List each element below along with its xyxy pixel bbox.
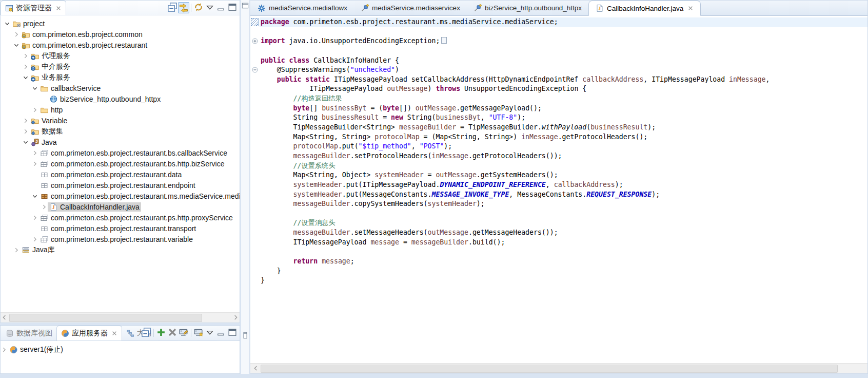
chevron-right-icon[interactable] — [22, 63, 29, 70]
tree-item-4[interactable]: 中介服务 — [1, 61, 240, 72]
tree-item-label: com.primeton.esb.project.restaurant.tran… — [51, 224, 196, 233]
editor-tab-3[interactable]: JCallbackInfoHandler.java — [588, 1, 701, 16]
chevron-right-icon[interactable] — [13, 31, 20, 38]
view-tab-0[interactable]: 数据库视图 — [2, 326, 56, 341]
restore-minimized-view-icon[interactable] — [242, 2, 249, 9]
code-editor[interactable]: package com.primeton.esb.project.restaur… — [250, 16, 867, 363]
tree-item-6[interactable]: callbackService — [1, 83, 240, 93]
package-icon — [40, 171, 49, 179]
editor-tab-0[interactable]: mediaService.mediaflowx — [251, 1, 354, 15]
chevron-right-icon[interactable] — [22, 128, 29, 135]
new-server-icon — [193, 327, 204, 339]
chevron-right-icon[interactable] — [22, 52, 29, 60]
chevron-right-icon[interactable] — [13, 247, 20, 254]
tree-item-content: callbackService — [38, 84, 102, 93]
tree-item-10[interactable]: 数据集 — [1, 126, 240, 137]
fold-collapse-icon[interactable] — [252, 38, 258, 44]
explorer-hscrollbar[interactable] — [1, 312, 240, 323]
tree-item-8[interactable]: http — [1, 104, 240, 115]
chevron-down-icon[interactable] — [13, 42, 20, 49]
scrollbar-thumb[interactable] — [261, 365, 838, 373]
tree-item-5[interactable]: 业务服务 — [1, 72, 240, 83]
ide-window: 资源管理器 projectcom.primeton.esb.project.co… — [0, 0, 868, 378]
editor-hscrollbar[interactable] — [250, 363, 867, 373]
minimized-view-icon[interactable] — [242, 332, 249, 339]
view-menu-button[interactable] — [204, 2, 215, 13]
maximize-button[interactable] — [227, 327, 238, 338]
tree-item-0[interactable]: project — [1, 18, 240, 29]
tree-item-content: com.primeton.esb.project.common — [20, 30, 144, 39]
tree-item-3[interactable]: 代理服务 — [1, 50, 240, 61]
tree-item-15[interactable]: com.primeton.esb.project.restaurant.endp… — [1, 180, 240, 191]
tree-item-2[interactable]: com.primeton.esb.project.restaurant — [1, 40, 240, 50]
tree-item-14[interactable]: com.primeton.esb.project.restaurant.data — [1, 169, 240, 180]
chevron-down-icon[interactable] — [4, 20, 11, 27]
tree-item-19[interactable]: com.primeton.esb.project.restaurant.tran… — [1, 223, 240, 234]
close-icon[interactable] — [687, 5, 694, 11]
scroll-right-icon[interactable] — [232, 314, 239, 321]
chevron-right-icon[interactable] — [22, 117, 29, 124]
explorer-tree: projectcom.primeton.esb.project.commonco… — [1, 15, 240, 312]
link-with-editor-button[interactable] — [178, 2, 189, 13]
flow-icon — [258, 4, 266, 12]
publish-server-icon — [179, 327, 189, 339]
chevron-right-icon[interactable] — [31, 214, 38, 221]
maximize-button[interactable] — [227, 2, 238, 13]
tree-item-20[interactable]: com.primeton.esb.project.restaurant.vari… — [1, 234, 240, 244]
tree-item-12[interactable]: com.primeton.esb.project.restaurant.bs.c… — [1, 147, 240, 158]
view-tab-label: 数据库视图 — [16, 329, 52, 338]
code-line-24 — [250, 247, 867, 257]
tree-item-0[interactable]: server1(停止) — [1, 344, 240, 355]
chevron-down-icon[interactable] — [22, 139, 29, 146]
tree-item-7[interactable]: bizService_http.outbound_httpx — [1, 93, 240, 104]
view-tab-label: 应用服务器 — [72, 329, 108, 338]
chevron-right-icon[interactable] — [31, 149, 38, 157]
chevron-right-icon[interactable] — [31, 160, 38, 167]
view-tab-1[interactable]: 应用服务器 — [56, 326, 122, 341]
tree-item-label: com.primeton.esb.project.common — [32, 30, 143, 39]
code-line-10: String businessResult = new String(busin… — [250, 113, 867, 123]
scroll-left-icon[interactable] — [252, 365, 260, 372]
collapse-all-button[interactable] — [167, 2, 178, 13]
view-menu-button[interactable] — [204, 327, 215, 338]
explorer-view-tab[interactable]: 资源管理器 — [1, 1, 66, 15]
chevron-right-icon[interactable] — [31, 106, 38, 114]
chevron-down-icon[interactable] — [22, 74, 29, 81]
chevron-right-icon[interactable] — [41, 203, 48, 211]
tree-item-1[interactable]: com.primeton.esb.project.common — [1, 29, 240, 40]
minimize-button[interactable] — [215, 327, 227, 338]
collapse-all-button[interactable] — [141, 327, 152, 338]
tree-item-18[interactable]: com.primeton.esb.project.restaurant.ps.h… — [1, 212, 240, 223]
minimize-button[interactable] — [215, 2, 227, 13]
chevron-right-icon[interactable] — [31, 236, 38, 243]
tree-item-11[interactable]: JJava — [1, 137, 240, 147]
delete-icon — [167, 327, 177, 339]
add-server-button[interactable] — [155, 327, 167, 338]
minimize-icon — [216, 327, 226, 339]
editor-tab-1[interactable]: mediaService.mediaservicex — [354, 1, 467, 15]
tree-item-label: Java库 — [32, 245, 55, 255]
tree-item-16[interactable]: com.primeton.esb.project.restaurant.ms.m… — [1, 191, 240, 201]
chevron-down-icon[interactable] — [31, 193, 38, 200]
fold-collapse-icon[interactable] — [252, 67, 258, 73]
servers-tree: server1(停止) — [1, 341, 240, 373]
close-icon[interactable] — [55, 5, 62, 11]
scrollbar-thumb[interactable] — [9, 314, 202, 322]
close-icon[interactable] — [111, 330, 117, 336]
refresh-button[interactable] — [193, 2, 204, 13]
publish-server-button[interactable] — [178, 327, 189, 338]
tree-item-17[interactable]: JCallbackInfoHandler.java — [1, 201, 240, 212]
scroll-left-icon[interactable] — [1, 314, 8, 321]
collapsed-code-box[interactable] — [441, 37, 447, 44]
new-server-wizard-button[interactable] — [193, 327, 204, 338]
mediation-folder-icon — [31, 63, 40, 71]
tree-item-21[interactable]: Java库 — [1, 244, 240, 255]
editor-tab-2[interactable]: bizService_http.outbound_httpx — [467, 1, 588, 15]
database-icon — [6, 329, 14, 337]
remove-server-button[interactable] — [167, 327, 178, 338]
tree-item-9[interactable]: Variable — [1, 115, 240, 126]
tree-item-13[interactable]: com.primeton.esb.project.restaurant.bs.h… — [1, 158, 240, 169]
chevron-down-icon[interactable] — [31, 85, 38, 92]
chevron-right-icon[interactable] — [1, 346, 8, 353]
tree-item-content: com.primeton.esb.project.restaurant.ms.m… — [38, 192, 240, 201]
